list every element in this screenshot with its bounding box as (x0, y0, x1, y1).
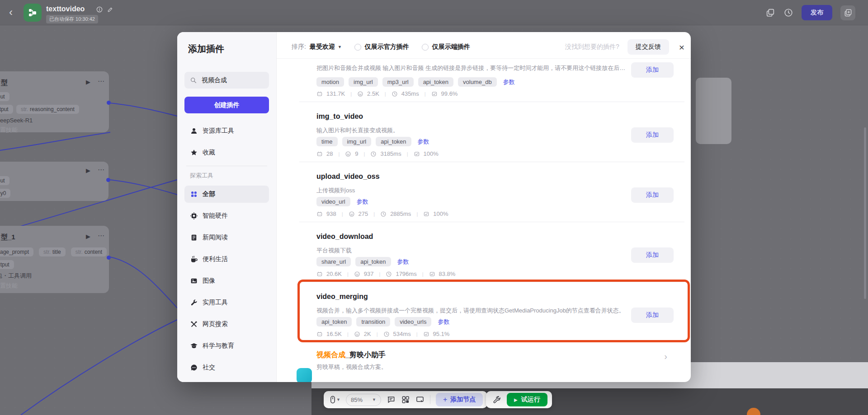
add-plugin-modal: 添加插件 创建插件 资源库工具 收藏 探索工具 全部 (177, 32, 691, 382)
node-run-icon[interactable]: ▶ (86, 79, 90, 85)
params-link[interactable]: 参数 (397, 258, 409, 266)
zoom-select[interactable]: 85%▼ (346, 394, 381, 406)
close-icon[interactable]: × (679, 42, 684, 52)
plugin-search[interactable] (184, 72, 269, 89)
runs-icon (316, 151, 323, 157)
sidebar-item-favorites[interactable]: 收藏 (184, 144, 269, 161)
plugin-icon (297, 368, 312, 382)
tool-row: video_download 平台视频下载 share_url api_toke… (316, 222, 684, 277)
add-button[interactable]: 添加 (631, 127, 674, 143)
add-node-button[interactable]: + 添加节点 (436, 393, 483, 406)
canvas-toolbar: ▼ 85%▼ + 添加节点 (324, 391, 487, 408)
canvas-node-llm[interactable]: 型 ▶ ⋯ put utput str.reasoning_content ee… (0, 71, 109, 132)
edit-icon[interactable] (107, 6, 114, 13)
add-button[interactable]: 添加 (631, 247, 674, 263)
modal-title: 添加插件 (184, 43, 269, 56)
chevron-right-icon[interactable]: › (664, 351, 667, 362)
workflow-title: texttovideo (46, 5, 85, 13)
category-image[interactable]: 图像 (184, 272, 269, 289)
node-run-icon[interactable]: ▶ (86, 233, 90, 240)
tool-name: upload_video_oss (316, 173, 684, 182)
layout-icon[interactable] (401, 395, 410, 404)
sidebar-item-library-tools[interactable]: 资源库工具 (184, 122, 269, 140)
success-rate-icon (423, 331, 429, 337)
history-icon[interactable] (783, 8, 793, 18)
canvas-scrollbar[interactable] (864, 127, 866, 299)
success-rate-icon (431, 91, 438, 97)
add-button[interactable]: 添加 (631, 187, 674, 203)
tool-tags: video_url 参数 (316, 197, 684, 206)
category-utilities[interactable]: 实用工具 (184, 294, 269, 311)
info-icon[interactable] (96, 6, 103, 13)
node-tag: utput (0, 260, 14, 269)
latency-icon (392, 91, 398, 97)
node-more-icon[interactable]: ⋯ (98, 232, 105, 240)
radio-official-only[interactable]: 仅展示官方插件 (354, 43, 409, 51)
node-run-icon[interactable]: ▶ (86, 167, 90, 174)
chevron-down-icon: ▼ (372, 397, 376, 402)
output-port (107, 256, 111, 260)
tool-desc: 把图片和音频合并成视频 输入图片和音频 生成的链接是异步链接，要等待一定时间才能… (316, 59, 684, 72)
category-daily-life[interactable]: 便利生活 (184, 251, 269, 268)
add-button[interactable]: 添加 (631, 308, 674, 323)
params-link[interactable]: 参数 (503, 78, 515, 86)
category-science-education[interactable]: 科学与教育 (184, 337, 269, 354)
runs-icon (316, 331, 323, 337)
node-tag: str.content (71, 247, 107, 256)
radio-device-only[interactable]: 仅展示端插件 (422, 43, 470, 51)
node-tag: str.title (39, 247, 66, 256)
publish-button[interactable]: 发布 (802, 5, 832, 20)
tool-row: img_to_video 输入图片和时长直接变成视频。 time img_url… (316, 102, 684, 157)
duplicate-icon[interactable] (765, 8, 775, 18)
tool-stats: 28| 9| 3185ms| 100% (316, 150, 684, 157)
plugin-group-row[interactable]: 视频合成_剪映小助手 剪映草稿，视频合成方案。 › (316, 350, 684, 371)
comment-icon[interactable] (387, 395, 396, 404)
coffee-icon (190, 255, 198, 263)
add-button[interactable]: 添加 (631, 62, 674, 78)
category-smart-hardware[interactable]: 智能硬件 (184, 207, 269, 224)
canvas-node-output[interactable]: ▶ ⋯ put ey0 (0, 162, 108, 201)
sort-dropdown[interactable]: 最受欢迎 (310, 43, 335, 51)
category-social[interactable]: 社交 (184, 359, 269, 376)
likes-icon (354, 331, 360, 337)
workflow-app-icon (24, 4, 42, 22)
success-rate-icon (429, 271, 435, 277)
tool-tags: time img_url api_token 参数 (316, 137, 684, 146)
tool-tag: api_token (355, 257, 391, 266)
plus-icon: + (443, 396, 447, 404)
category-news-reading[interactable]: 新闻阅读 (184, 229, 269, 246)
tool-tag: video_url (316, 197, 350, 206)
search-icon (190, 77, 197, 84)
category-web-search[interactable]: 网页搜索 (184, 316, 269, 333)
tool-desc: 上传视频到oss (316, 187, 684, 194)
params-link[interactable]: 参数 (438, 318, 449, 326)
search-input[interactable] (201, 76, 259, 84)
node-tool-label: 包・工具调用 (0, 272, 32, 280)
radio-icon (422, 44, 429, 51)
canvas-node-llm-1[interactable]: 型_1 ▶ ⋯ mage_prompt str.title str.conten… (0, 226, 109, 293)
tool-tag: mp3_url (382, 77, 414, 87)
likes-icon (345, 151, 351, 157)
submit-feedback-button[interactable]: 提交反馈 (627, 39, 669, 55)
chip-icon (190, 212, 198, 220)
create-plugin-button[interactable]: 创建插件 (184, 97, 269, 113)
category-all[interactable]: 全部 (184, 186, 269, 203)
test-run-button[interactable]: ▶ 试运行 (507, 393, 547, 406)
social-icon (190, 364, 198, 372)
node-more-icon[interactable]: ⋯ (98, 77, 105, 85)
panel-icon[interactable] (840, 5, 855, 20)
tool-name: video_download (316, 233, 684, 242)
pointer-mode-button[interactable]: ▼ (328, 395, 340, 404)
params-link[interactable]: 参数 (418, 138, 429, 146)
back-button[interactable]: ‹ (9, 6, 13, 18)
tool-stats: 938| 275| 2885ms| 100% (316, 210, 684, 217)
params-link[interactable]: 参数 (357, 198, 368, 206)
wrench-icon[interactable] (491, 395, 503, 404)
tool-desc: 平台视频下载 (316, 247, 684, 254)
node-more-icon[interactable]: ⋯ (98, 166, 105, 174)
autosave-status: 已自动保存 10:30:42 (46, 15, 98, 23)
tool-tag: time (316, 137, 338, 146)
tool-tag: volume_db (458, 77, 497, 87)
divider (430, 395, 430, 404)
preview-icon[interactable] (415, 395, 425, 404)
